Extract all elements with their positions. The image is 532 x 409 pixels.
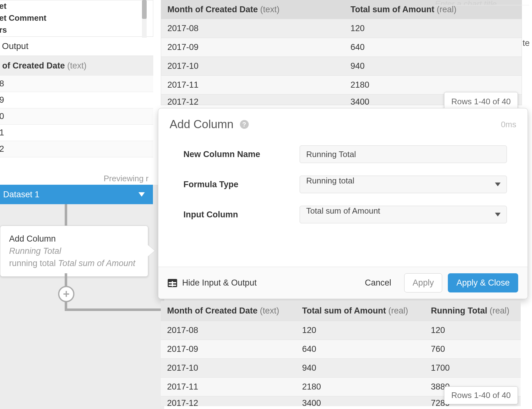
table-row: 2017-10 940 1700 xyxy=(161,358,521,377)
input-column-select[interactable]: Total sum of Amount xyxy=(300,206,507,223)
chevron-down-icon xyxy=(138,192,145,197)
card-pointer-icon xyxy=(148,245,155,256)
form-row-formula: Formula Type Running total xyxy=(183,176,515,193)
apply-close-button[interactable]: Apply & Close xyxy=(448,273,518,292)
table-cell: 3400 xyxy=(296,398,425,402)
dataset-node[interactable]: Dataset 1 xyxy=(0,185,153,204)
table-row: 2017-10 940 xyxy=(161,57,522,75)
hide-io-label: Hide Input & Output xyxy=(182,278,257,288)
table-row: 2017-11 2180 xyxy=(161,75,522,94)
table-row: 2017-09 640 760 xyxy=(161,340,521,358)
left-field-list: ket ket Comment ers xyxy=(0,0,153,37)
table-cell: 2017-11 xyxy=(161,382,296,392)
field-item[interactable]: ers xyxy=(0,24,153,36)
row-count-badge: Rows 1-40 of 40 xyxy=(444,386,518,404)
step-description: running total Total sum of Amount xyxy=(9,257,139,270)
dataset-label: Dataset 1 xyxy=(3,190,40,199)
modal-header: Add Column ? 0ms xyxy=(158,108,528,134)
help-icon[interactable]: ? xyxy=(240,120,249,129)
preview-rows: 08 09 10 11 12 xyxy=(0,76,153,157)
table-cell: 2017-11 xyxy=(161,80,344,90)
form-row-name: New Column Name xyxy=(183,145,515,163)
table-cell: 2017-12 xyxy=(161,97,344,101)
table-cell: 2017-08 xyxy=(161,325,296,335)
preview-cell: 08 xyxy=(0,76,153,92)
cancel-button[interactable]: Cancel xyxy=(356,273,400,292)
preview-cell: 09 xyxy=(0,92,153,108)
hide-input-output-button[interactable]: Hide Input & Output xyxy=(168,278,257,288)
clipped-text: te xyxy=(523,38,530,48)
table-cell: 120 xyxy=(344,24,520,33)
table-header-row: Month of Created Date (text) Total sum o… xyxy=(161,301,521,321)
table-cell: 1700 xyxy=(425,363,519,373)
preview-cell: 11 xyxy=(0,125,153,141)
chart-title-input[interactable]: Enter a chart title xyxy=(435,0,529,5)
table-row: 2017-08 120 120 xyxy=(161,321,521,340)
modal-footer: Hide Input & Output Cancel Apply Apply &… xyxy=(158,267,528,299)
preview-status: Previewing r xyxy=(0,171,153,186)
svg-rect-3 xyxy=(172,281,173,286)
field-item[interactable]: ket xyxy=(0,0,153,12)
table-cell: 2180 xyxy=(296,382,425,392)
label-formula-type: Formula Type xyxy=(183,180,300,189)
label-new-column-name: New Column Name xyxy=(183,150,300,159)
table-cell: 120 xyxy=(296,325,425,335)
table-cell: 2017-09 xyxy=(161,344,296,354)
table-cell: 640 xyxy=(344,42,520,52)
formula-type-select[interactable]: Running total xyxy=(300,176,507,193)
field-item[interactable]: ket Comment xyxy=(0,12,153,24)
section-heading: e Output xyxy=(0,37,153,56)
preview-cell: 10 xyxy=(0,108,153,125)
label-input-column: Input Column xyxy=(183,210,300,220)
table-icon xyxy=(168,279,177,287)
table-header-cell[interactable]: Month of Created Date (text) xyxy=(161,5,344,14)
table-cell: 120 xyxy=(425,325,519,335)
preview-column-header: h of Created Date (text) xyxy=(0,56,153,76)
table-row: 2017-09 640 xyxy=(161,38,522,57)
table-header-cell[interactable]: Total sum of Amount (real) xyxy=(344,5,520,14)
input-table: Month of Created Date (text) Total sum o… xyxy=(161,0,522,105)
step-subtitle: Running Total xyxy=(9,245,139,257)
modal-timing: 0ms xyxy=(501,120,516,129)
column-type: (text) xyxy=(67,61,87,70)
modal-title: Add Column xyxy=(170,118,234,131)
table-cell: 2017-12 xyxy=(161,398,296,402)
table-header-cell[interactable]: Month of Created Date (text) xyxy=(161,306,296,316)
new-column-name-input[interactable] xyxy=(300,145,507,163)
table-cell: 2017-08 xyxy=(161,24,344,33)
form-row-input-column: Input Column Total sum of Amount xyxy=(183,206,515,223)
table-header-cell[interactable]: Running Total (real) xyxy=(425,306,519,316)
pipeline-connector xyxy=(65,204,67,226)
column-label: h of Created Date xyxy=(0,61,65,70)
scrollbar-track[interactable] xyxy=(142,0,147,38)
step-title: Add Column xyxy=(9,233,139,245)
table-row: 2017-08 120 xyxy=(161,19,522,38)
table-cell: 2017-10 xyxy=(161,363,296,373)
add-step-button[interactable]: + xyxy=(58,286,74,302)
pipeline-connector xyxy=(66,308,165,311)
preview-cell: 12 xyxy=(0,141,153,157)
table-cell: 940 xyxy=(344,61,520,71)
add-column-modal: Add Column ? 0ms New Column Name Formula… xyxy=(158,108,528,299)
table-cell: 760 xyxy=(425,344,519,354)
table-cell: 640 xyxy=(296,344,425,354)
table-header-cell[interactable]: Total sum of Amount (real) xyxy=(296,306,425,316)
pipeline-step-card[interactable]: Add Column Running Total running total T… xyxy=(0,226,148,277)
pipeline-canvas[interactable] xyxy=(0,185,164,409)
table-cell: 2017-10 xyxy=(161,61,344,71)
scrollbar-thumb[interactable] xyxy=(142,0,147,19)
table-cell: 2017-09 xyxy=(161,42,344,52)
table-cell: 940 xyxy=(296,363,425,373)
modal-body: New Column Name Formula Type Running tot… xyxy=(158,134,528,267)
apply-button[interactable]: Apply xyxy=(404,273,442,292)
table-cell: 2180 xyxy=(344,80,520,90)
